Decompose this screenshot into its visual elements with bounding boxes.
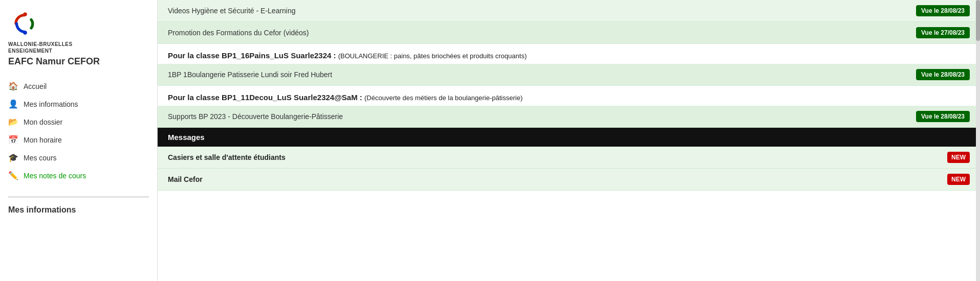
org-name: WALLONIE-BRUXELLES ENSEIGNEMENT xyxy=(8,41,73,54)
sidebar-item-label-mon-horaire: Mon horaire xyxy=(24,136,62,144)
wbe-logo xyxy=(8,8,39,39)
svg-point-1 xyxy=(23,31,27,35)
sidebar-item-label-mon-dossier: Mon dossier xyxy=(24,118,62,126)
calendar-icon: 📅 xyxy=(8,135,18,145)
sidebar-item-label-accueil: Accueil xyxy=(24,82,47,90)
messages-section: Messages Casiers et salle d'attente étud… xyxy=(158,128,980,191)
mes-informations-header: Mes informations xyxy=(0,201,157,219)
list-item[interactable]: Casiers et salle d'attente étudiants NEW xyxy=(158,147,980,169)
svg-point-0 xyxy=(23,12,27,16)
new-badge: NEW xyxy=(947,174,970,185)
message-label: Mail Cefor xyxy=(168,175,203,183)
school-name: EAFC Namur CEFOR xyxy=(8,56,100,67)
list-item: Supports BP 2023 - Découverte Boulangeri… xyxy=(158,106,980,128)
message-label: Casiers et salle d'attente étudiants xyxy=(168,153,286,161)
sidebar-item-accueil[interactable]: 🏠 Accueil xyxy=(0,77,157,95)
class-header-1: Pour la classe BP1_16Pains_LuS Suarle232… xyxy=(158,44,980,64)
status-badge: Vue le 28/08/23 xyxy=(916,5,970,16)
list-item: Videos Hygiène et Sécurité - E-Learning … xyxy=(158,0,980,22)
sidebar-item-label-mes-informations: Mes informations xyxy=(24,100,78,108)
sidebar: WALLONIE-BRUXELLES ENSEIGNEMENT EAFC Nam… xyxy=(0,0,158,281)
home-icon: 🏠 xyxy=(8,81,18,91)
item-label: Supports BP 2023 - Découverte Boulangeri… xyxy=(168,112,343,121)
class-section-1: Pour la classe BP1_16Pains_LuS Suarle232… xyxy=(158,44,980,86)
item-label: Promotion des Formations du Cefor (vidéo… xyxy=(168,29,309,37)
folder-icon: 📂 xyxy=(8,117,18,127)
scrollbar-track xyxy=(976,0,980,281)
list-item: 1BP 1Boulangerie Patisserie Lundi soir F… xyxy=(158,64,980,86)
sidebar-item-mes-cours[interactable]: 🎓 Mes cours xyxy=(0,149,157,167)
top-items-area: Videos Hygiène et Sécurité - E-Learning … xyxy=(158,0,980,44)
list-item[interactable]: Mail Cefor NEW xyxy=(158,169,980,191)
status-badge: Vue le 27/08/23 xyxy=(916,27,970,38)
person-icon: 👤 xyxy=(8,99,18,109)
sidebar-item-label-mes-cours: Mes cours xyxy=(24,154,57,162)
new-badge: NEW xyxy=(947,152,970,163)
class-section-2: Pour la classe BP1_11Decou_LuS Suarle232… xyxy=(158,86,980,128)
graduation-icon: 🎓 xyxy=(8,153,18,162)
item-label: 1BP 1Boulangerie Patisserie Lundi soir F… xyxy=(168,71,332,79)
sidebar-item-label-mes-notes: Mes notes de cours xyxy=(24,172,86,180)
sidebar-item-mon-horaire[interactable]: 📅 Mon horaire xyxy=(0,131,157,149)
scrollbar-thumb[interactable] xyxy=(976,0,980,41)
class-id-1: Pour la classe BP1_16Pains_LuS Suarle232… xyxy=(168,51,527,60)
main-content: Videos Hygiène et Sécurité - E-Learning … xyxy=(158,0,980,281)
logo-area: WALLONIE-BRUXELLES ENSEIGNEMENT EAFC Nam… xyxy=(0,0,157,77)
sidebar-item-mon-dossier[interactable]: 📂 Mon dossier xyxy=(0,113,157,131)
sidebar-divider xyxy=(8,197,149,197)
status-badge: Vue le 28/08/23 xyxy=(916,111,970,122)
status-badge: Vue le 28/08/23 xyxy=(916,69,970,80)
class-header-2: Pour la classe BP1_11Decou_LuS Suarle232… xyxy=(158,86,980,106)
list-item: Promotion des Formations du Cefor (vidéo… xyxy=(158,22,980,44)
class-id-2: Pour la classe BP1_11Decou_LuS Suarle232… xyxy=(168,93,522,102)
notes-icon: ✏️ xyxy=(8,171,18,180)
messages-header: Messages xyxy=(158,128,980,147)
item-label: Videos Hygiène et Sécurité - E-Learning xyxy=(168,7,296,15)
sidebar-item-mes-notes[interactable]: ✏️ Mes notes de cours xyxy=(0,167,157,184)
sidebar-nav: 🏠 Accueil 👤 Mes informations 📂 Mon dossi… xyxy=(0,77,157,193)
sidebar-item-mes-informations[interactable]: 👤 Mes informations xyxy=(0,95,157,113)
